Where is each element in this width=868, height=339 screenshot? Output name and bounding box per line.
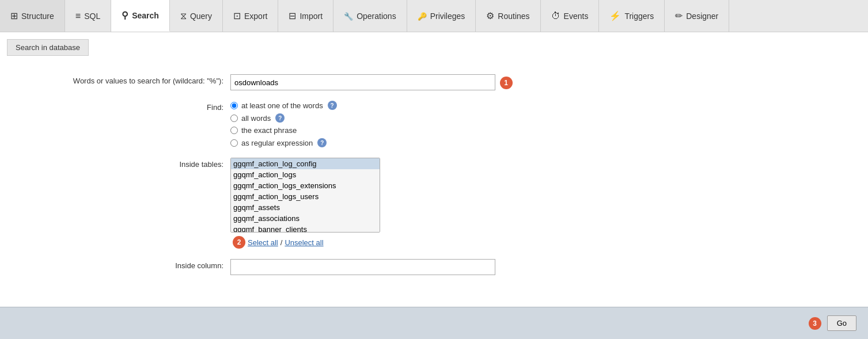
radio-regular-input[interactable] bbox=[230, 139, 238, 147]
radio-all-words-input[interactable] bbox=[230, 115, 238, 122]
tab-privileges[interactable]: Privileges bbox=[407, 0, 476, 32]
table-option-1: ggqmf_action_logs bbox=[231, 169, 380, 180]
regular-help-icon[interactable]: ? bbox=[317, 138, 327, 147]
tab-privileges-label: Privileges bbox=[430, 12, 465, 21]
search-label: Words or values to search for (wildcard:… bbox=[23, 74, 230, 85]
structure-icon bbox=[10, 10, 18, 21]
tab-sql[interactable]: SQL bbox=[65, 0, 111, 32]
search-badge: 1 bbox=[500, 77, 513, 89]
tab-triggers[interactable]: Triggers bbox=[599, 0, 665, 32]
tab-structure-label: Structure bbox=[21, 12, 54, 21]
tab-operations-label: Operations bbox=[357, 12, 396, 21]
search-row: Words or values to search for (wildcard:… bbox=[23, 74, 845, 90]
tables-listbox[interactable]: ggqmf_action_log_config ggqmf_action_log… bbox=[230, 158, 380, 233]
triggers-icon bbox=[609, 10, 621, 21]
bottom-bar: 3 Go bbox=[0, 307, 868, 339]
page-content: Search in database Words or values to se… bbox=[0, 32, 868, 308]
inside-tables-label: Inside tables: bbox=[23, 158, 230, 169]
tab-query[interactable]: Query bbox=[170, 0, 223, 32]
tab-events[interactable]: Events bbox=[541, 0, 600, 32]
sql-icon bbox=[75, 11, 81, 21]
inside-tables-row: Inside tables: ggqmf_action_log_config g… bbox=[23, 158, 845, 249]
inside-column-input[interactable] bbox=[230, 259, 495, 275]
radio-regular-label: as regular expression bbox=[241, 139, 313, 147]
tab-import-label: Import bbox=[300, 12, 323, 21]
radio-all-words-label: all words bbox=[241, 114, 271, 123]
all-words-help-icon[interactable]: ? bbox=[275, 113, 285, 123]
designer-icon bbox=[675, 10, 683, 21]
top-nav: Structure SQL Search Query Export Import… bbox=[0, 0, 868, 32]
tab-search[interactable]: Search bbox=[111, 0, 170, 32]
radio-exact-phrase-input[interactable] bbox=[230, 127, 238, 134]
search-form: Words or values to search for (wildcard:… bbox=[0, 63, 868, 297]
tab-export[interactable]: Export bbox=[223, 0, 278, 32]
tab-designer-label: Designer bbox=[686, 12, 718, 21]
search-input[interactable] bbox=[230, 74, 495, 90]
go-badge: 3 bbox=[809, 317, 821, 330]
operations-icon bbox=[344, 11, 353, 21]
find-row: Find: at least one of the words ? all wo… bbox=[23, 101, 845, 147]
radio-exact-phrase-label: the exact phrase bbox=[241, 126, 297, 135]
table-option-5: ggqmf_associations bbox=[231, 213, 380, 224]
query-icon bbox=[180, 11, 187, 21]
table-option-4: ggqmf_assets bbox=[231, 202, 380, 213]
inside-column-row: Inside column: bbox=[23, 259, 845, 275]
tab-designer[interactable]: Designer bbox=[665, 0, 729, 32]
radio-at-least[interactable]: at least one of the words ? bbox=[230, 101, 845, 110]
select-links: 2 Select all / Unselect all bbox=[230, 236, 845, 249]
privileges-icon bbox=[418, 11, 427, 21]
table-option-2: ggqmf_action_logs_extensions bbox=[231, 180, 380, 191]
tab-routines[interactable]: Routines bbox=[476, 0, 540, 32]
events-icon bbox=[551, 11, 560, 21]
radio-at-least-label: at least one of the words bbox=[241, 101, 323, 110]
routines-icon bbox=[486, 10, 494, 21]
radio-at-least-input[interactable] bbox=[230, 102, 238, 109]
search-icon bbox=[122, 10, 128, 21]
select-all-link[interactable]: Select all bbox=[248, 238, 278, 247]
radio-all-words[interactable]: all words ? bbox=[230, 113, 845, 123]
radio-exact-phrase[interactable]: the exact phrase bbox=[230, 126, 845, 135]
export-icon bbox=[233, 10, 241, 21]
import-icon bbox=[289, 10, 296, 21]
tab-export-label: Export bbox=[244, 12, 267, 21]
tab-events-label: Events bbox=[564, 12, 589, 21]
section-header: Search in database bbox=[7, 39, 89, 56]
at-least-help-icon[interactable]: ? bbox=[328, 101, 337, 110]
select-badge: 2 bbox=[233, 236, 245, 249]
unselect-all-link[interactable]: Unselect all bbox=[285, 238, 323, 247]
radio-regular[interactable]: as regular expression ? bbox=[230, 138, 845, 147]
find-label: Find: bbox=[23, 101, 230, 112]
tab-triggers-label: Triggers bbox=[624, 12, 654, 21]
table-option-0: ggqmf_action_log_config bbox=[231, 158, 380, 169]
tab-routines-label: Routines bbox=[498, 12, 529, 21]
inside-column-label: Inside column: bbox=[23, 259, 230, 270]
tab-query-label: Query bbox=[190, 12, 212, 21]
go-button[interactable]: Go bbox=[827, 315, 856, 331]
find-options: at least one of the words ? all words ? … bbox=[230, 101, 845, 147]
table-option-6: ggqmf_banner_clients bbox=[231, 224, 380, 233]
tab-operations[interactable]: Operations bbox=[333, 0, 407, 32]
tab-sql-label: SQL bbox=[84, 12, 100, 21]
tab-import[interactable]: Import bbox=[278, 0, 333, 32]
table-option-3: ggqmf_action_logs_users bbox=[231, 191, 380, 202]
tab-search-label: Search bbox=[132, 11, 159, 20]
tab-structure[interactable]: Structure bbox=[0, 0, 65, 32]
